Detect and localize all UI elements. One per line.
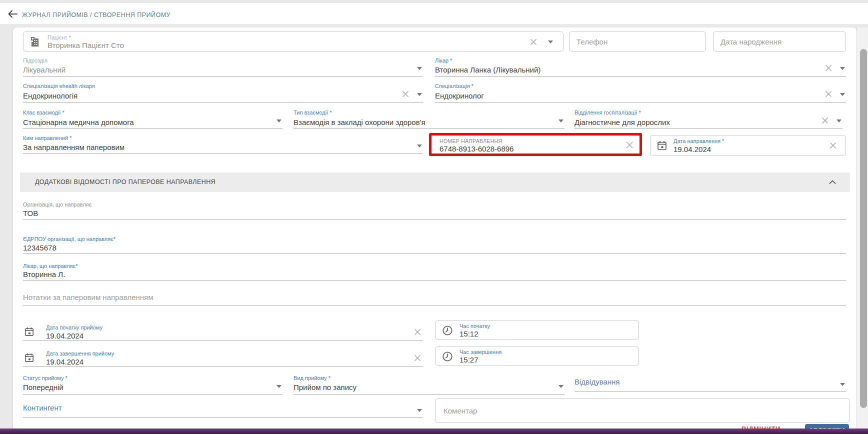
ehealth-specialization-field[interactable]: Спеціалізація ehealth лікаря Ендокриноло… bbox=[23, 82, 423, 102]
contingent-select-label: Контингент bbox=[23, 404, 62, 412]
patient-clear-icon[interactable] bbox=[529, 38, 538, 46]
interaction-class-label: Клас взаємодії * bbox=[23, 110, 64, 116]
visit-kind-label: Вид прийому * bbox=[294, 375, 330, 381]
doctor-label: Лікар * bbox=[435, 58, 452, 64]
referral-number-label: НОМЕР НАПРАВЛЕННЯ bbox=[440, 138, 502, 144]
specialization-caret-icon[interactable] bbox=[840, 93, 845, 96]
create-appointment-page: ЖУРНАЛ ПРИЙОМІВ / СТВОРЕННЯ ПРИЙОМУ Паці… bbox=[0, 0, 868, 434]
paper-referral-section-header[interactable]: ДОДАТКОВІ ВІДОМОСТІ ПРО ПАПЕРОВЕ НАПРАВЛ… bbox=[20, 172, 850, 192]
department-field[interactable]: Підрозділ Лікувальний bbox=[23, 56, 423, 76]
clock-icon bbox=[442, 324, 454, 336]
calendar-icon bbox=[656, 140, 668, 151]
birth-date-input[interactable] bbox=[714, 32, 846, 51]
ehealth-specialization-label: Спеціалізація ehealth лікаря bbox=[23, 83, 95, 89]
paper-referral-notes-input[interactable] bbox=[23, 290, 846, 304]
ehealth-specialization-value: Ендокринологія bbox=[23, 92, 78, 100]
hospitalization-department-clear-icon[interactable] bbox=[820, 116, 830, 125]
referred-by-field[interactable]: Ким направлений * За направленням паперо… bbox=[23, 134, 423, 154]
back-arrow-icon[interactable] bbox=[6, 8, 19, 20]
hospitalization-department-caret-icon[interactable] bbox=[836, 120, 842, 122]
patient-label: Пацієнт * bbox=[48, 34, 71, 40]
referred-by-caret-icon[interactable] bbox=[417, 144, 422, 148]
specialization-clear-icon[interactable] bbox=[824, 90, 833, 98]
referred-by-value: За направленням паперовим bbox=[23, 143, 124, 152]
start-time-field[interactable]: Час початку 15:12 bbox=[435, 320, 639, 340]
end-date-value: 19.04.2024 bbox=[46, 358, 84, 366]
visit-kind-caret-icon[interactable] bbox=[558, 385, 564, 388]
referring-doctor-label: Лікар, що направляє* bbox=[23, 263, 78, 269]
visit-kind-field[interactable]: Вид прийому * Прийом по запису bbox=[294, 372, 564, 395]
referral-number-field-highlighted[interactable]: НОМЕР НАПРАВЛЕННЯ 6748-8913-6028-6896 bbox=[429, 133, 642, 156]
comment-input[interactable] bbox=[436, 399, 850, 422]
interaction-class-caret-icon[interactable] bbox=[276, 120, 282, 122]
status-value: Попередній bbox=[23, 383, 64, 392]
phone-input[interactable] bbox=[570, 32, 706, 51]
end-date-label: Дата завершення прийому bbox=[46, 350, 114, 356]
hospitalization-department-value: Діагностичне для дорослих bbox=[574, 118, 670, 126]
contingent-caret-icon[interactable] bbox=[417, 409, 422, 412]
visit-caret-icon[interactable] bbox=[840, 383, 845, 386]
referring-organization-field[interactable]: Організація, що направляє ТОВ bbox=[23, 200, 846, 220]
referring-organization-value: ТОВ bbox=[23, 209, 38, 218]
contingent-select[interactable]: Контингент bbox=[23, 401, 423, 418]
start-time-value: 15:12 bbox=[460, 330, 478, 338]
department-caret-icon[interactable] bbox=[417, 67, 422, 70]
edrpou-value: 12345678 bbox=[23, 244, 56, 252]
breadcrumb[interactable]: ЖУРНАЛ ПРИЙОМІВ / СТВОРЕННЯ ПРИЙОМУ bbox=[22, 10, 170, 20]
patient-caret-icon[interactable] bbox=[548, 40, 553, 44]
visit-select[interactable]: Відвідування bbox=[574, 375, 846, 392]
hospitalization-department-label: Відділення госпіталізації * bbox=[574, 110, 641, 116]
end-time-label: Час завершення bbox=[460, 349, 502, 355]
birth-date-field[interactable] bbox=[713, 32, 846, 52]
referring-organization-label: Організація, що направляє bbox=[23, 202, 92, 208]
comment-field[interactable] bbox=[435, 398, 850, 422]
status-caret-icon[interactable] bbox=[276, 385, 282, 388]
calendar-icon bbox=[24, 326, 34, 337]
doctor-field[interactable]: Лікар * Вторинна Ланка (Лікувальний) bbox=[435, 56, 846, 76]
edrpou-field[interactable]: ЄДРПОУ організації, що направляє* 123456… bbox=[23, 235, 846, 254]
interaction-type-field[interactable]: Тип взаємодії * Взаємодія в закладі охор… bbox=[294, 108, 564, 129]
start-date-value: 19.04.2024 bbox=[46, 332, 84, 340]
department-value: Лікувальний bbox=[23, 66, 66, 74]
end-date-clear-icon[interactable] bbox=[413, 354, 422, 362]
referral-date-field[interactable]: Дата направлення * 19.04.2024 bbox=[650, 135, 846, 156]
interaction-type-caret-icon[interactable] bbox=[558, 120, 564, 122]
hospitalization-department-field[interactable]: Відділення госпіталізації * Діагностичне… bbox=[574, 108, 842, 129]
referral-date-value: 19.04.2024 bbox=[674, 145, 711, 154]
doctor-value: Вторинна Ланка (Лікувальний) bbox=[435, 66, 540, 74]
bottom-purple-bar bbox=[0, 428, 868, 434]
start-date-field[interactable]: Дата початку прийому 19.04.2024 bbox=[23, 322, 423, 341]
specialization-label: Спеціалізація * bbox=[435, 83, 474, 89]
end-time-field[interactable]: Час завершення 15:27 bbox=[435, 346, 639, 366]
doctor-clear-icon[interactable] bbox=[824, 64, 833, 72]
paper-referral-notes-field[interactable] bbox=[23, 289, 846, 306]
visit-kind-value: Прийом по запису bbox=[294, 383, 356, 392]
specialization-field[interactable]: Спеціалізація * Ендокринолог bbox=[435, 82, 846, 102]
interaction-type-value: Взаємодія в закладі охорони здоров'я bbox=[294, 118, 426, 126]
end-date-field[interactable]: Дата завершення прийому 19.04.2024 bbox=[23, 348, 423, 367]
status-field[interactable]: Статус прийому * Попередній bbox=[23, 372, 282, 395]
scrollbar-thumb[interactable] bbox=[860, 49, 867, 408]
department-label: Підрозділ bbox=[23, 58, 48, 64]
hospital-building-icon bbox=[30, 36, 42, 48]
start-date-label: Дата початку прийому bbox=[46, 324, 102, 330]
ehealth-specialization-clear-icon[interactable] bbox=[401, 90, 410, 98]
patient-value: Вторинка Пацієнт Сто bbox=[48, 41, 124, 50]
collapse-chevron-up-icon[interactable] bbox=[828, 178, 837, 186]
referring-doctor-field[interactable]: Лікар, що направляє* Вторинна Л. bbox=[23, 262, 846, 280]
top-bar: ЖУРНАЛ ПРИЙОМІВ / СТВОРЕННЯ ПРИЙОМУ bbox=[0, 3, 868, 24]
referral-number-value: 6748-8913-6028-6896 bbox=[440, 144, 514, 153]
specialization-value: Ендокринолог bbox=[435, 92, 484, 100]
interaction-type-label: Тип взаємодії * bbox=[294, 110, 332, 116]
referred-by-label: Ким направлений * bbox=[23, 135, 72, 141]
referral-date-clear-icon[interactable] bbox=[828, 141, 838, 150]
interaction-class-value: Стаціонарна медична допомога bbox=[23, 118, 134, 126]
ehealth-specialization-caret-icon[interactable] bbox=[417, 93, 422, 96]
end-time-value: 15:27 bbox=[460, 356, 478, 364]
start-date-clear-icon[interactable] bbox=[413, 328, 422, 336]
referral-number-clear-icon[interactable] bbox=[624, 140, 634, 149]
phone-field[interactable] bbox=[569, 32, 706, 52]
interaction-class-field[interactable]: Клас взаємодії * Стаціонарна медична доп… bbox=[23, 108, 282, 129]
patient-field[interactable]: Пацієнт * Вторинка Пацієнт Сто bbox=[23, 32, 564, 52]
doctor-caret-icon[interactable] bbox=[840, 67, 845, 70]
